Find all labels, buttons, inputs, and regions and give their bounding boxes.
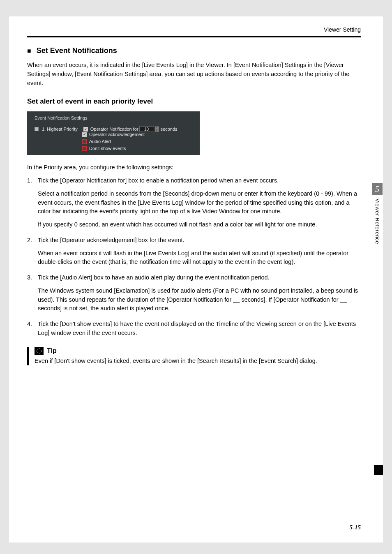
step-1-detail-1: Select a notification period in seconds …: [38, 189, 361, 216]
step-3: Tick the [Audio Alert] box to have an au…: [27, 273, 361, 313]
header-rule: [27, 36, 361, 37]
step-3-head: Tick the [Audio Alert] box to have an au…: [38, 274, 270, 281]
tip-label: Tip: [47, 347, 57, 355]
audio-alert-label: Audio Alert: [89, 139, 111, 144]
step-1-head: Tick the [Operator Notification for] box…: [38, 177, 279, 184]
tip-icon: [35, 347, 44, 355]
priority-area-intro: In the Priority area, you configure the …: [27, 163, 361, 172]
step-4: Tick the [Don't show events] to have the…: [27, 320, 361, 338]
dont-show-events-checkbox[interactable]: [82, 146, 87, 151]
tip-text: Even if [Don't show events] is ticked, e…: [35, 357, 361, 366]
audio-alert-checkbox[interactable]: [82, 139, 87, 144]
chapter-number-badge: 5: [372, 183, 383, 195]
operator-ack-checkbox[interactable]: [82, 132, 87, 137]
section-title: ■ Set Event Notifications: [27, 46, 361, 55]
title-bullet-icon: ■: [27, 47, 31, 54]
page-number: 5-15: [350, 524, 361, 531]
side-tab: 5 Viewer Reference: [371, 183, 383, 244]
spinner-down-icon[interactable]: ▾: [155, 129, 159, 132]
header-section-label: Viewer Setting: [27, 26, 361, 35]
step-1: Tick the [Operator Notification for] box…: [27, 176, 361, 229]
dont-show-events-label: Don't show events: [89, 146, 126, 151]
step-3-detail: The Windows system sound [Exclamation] i…: [38, 286, 361, 313]
seconds-suffix: seconds: [161, 127, 178, 132]
step-4-head: Tick the [Don't show events] to have the…: [38, 321, 356, 336]
step-2-head: Tick the [Operator acknowledgement] box …: [38, 237, 184, 243]
step-2-detail: When an event occurs it will flash in th…: [38, 249, 361, 267]
subsection-title: Set alert of event in each priority leve…: [27, 97, 361, 106]
panel-title: Event Notification Settings: [35, 115, 192, 120]
operator-ack-label: Operator acknowledgement: [89, 132, 145, 137]
chapter-label: Viewer Reference: [374, 199, 380, 244]
edge-marker: [374, 465, 383, 475]
priority-label: 1. Highest Priority: [42, 127, 78, 132]
tip-block: Tip Even if [Don't show events] is ticke…: [27, 347, 361, 366]
priority-color-swatch: [35, 127, 39, 131]
step-2: Tick the [Operator acknowledgement] box …: [27, 236, 361, 267]
intro-paragraph: When an event occurs, it is indicated in…: [27, 61, 361, 88]
operator-notification-checkbox[interactable]: [83, 127, 88, 132]
step-1-detail-2: If you specify 0 second, an event which …: [38, 220, 361, 229]
operator-notification-label: Operator Notification for: [90, 127, 138, 132]
seconds-input[interactable]: 10: [139, 126, 154, 132]
title-text: Set Event Notifications: [37, 46, 117, 55]
instruction-list: Tick the [Operator Notification for] box…: [27, 176, 361, 338]
event-notification-settings-panel: Event Notification Settings 1. Highest P…: [27, 111, 200, 155]
seconds-spinner[interactable]: ▴ ▾: [155, 126, 159, 132]
spinner-up-icon[interactable]: ▴: [155, 126, 159, 129]
